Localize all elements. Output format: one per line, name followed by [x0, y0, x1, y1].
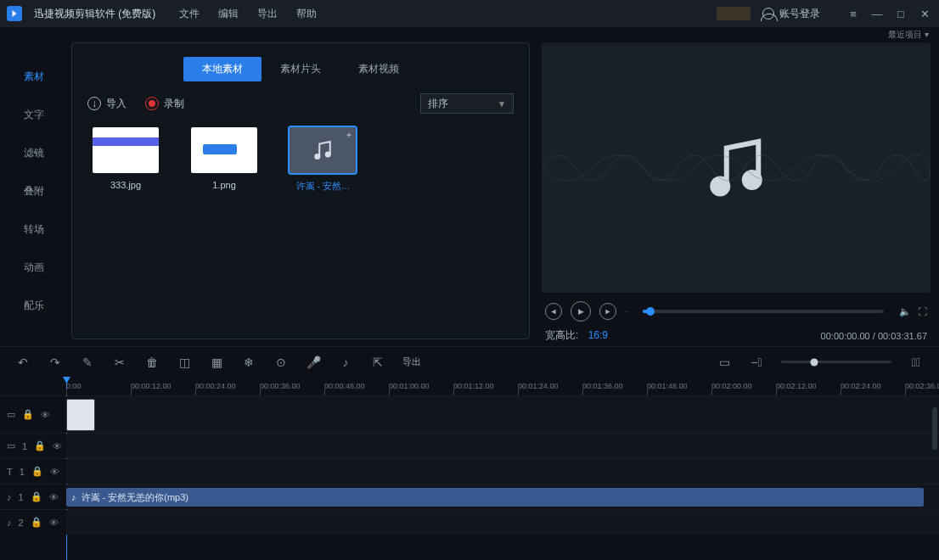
vip-badge[interactable] [717, 7, 751, 20]
delete-icon[interactable]: 🗑 [144, 355, 160, 370]
media-item[interactable]: ＋ 许嵩 - 安然... [290, 127, 356, 193]
time-ruler[interactable]: 0:00 00:00:12.00 00:00:24.00 00:00:36.00… [0, 377, 939, 395]
track-type-icon: ♪ [7, 492, 12, 502]
play-button[interactable]: ▶ [571, 301, 591, 322]
app-title: 迅捷视频剪辑软件 (免费版) [34, 7, 155, 21]
visibility-icon[interactable]: 👁 [41, 410, 50, 420]
sidebar-item-animation[interactable]: 动画 [0, 249, 68, 287]
zoom-in-icon[interactable]: ＋⃝ [908, 355, 924, 370]
scrub-bar[interactable] [643, 310, 884, 313]
svg-point-1 [326, 153, 330, 157]
lock-icon[interactable]: 🔒 [31, 466, 43, 477]
redo-icon[interactable]: ↷ [48, 355, 63, 370]
track-index: 1 [19, 492, 24, 502]
tab-intro[interactable]: 素材片头 [261, 57, 340, 81]
ratio-value[interactable]: 16:9 [588, 329, 608, 341]
zoom-knob[interactable] [811, 358, 818, 366]
sidebar-item-music[interactable]: 配乐 [0, 287, 68, 325]
lock-icon[interactable]: 🔒 [31, 491, 42, 502]
sidebar-item-transition[interactable]: 转场 [0, 210, 68, 249]
video-clip[interactable] [66, 399, 95, 431]
track-head[interactable]: T1🔒👁 [0, 459, 66, 484]
login-button[interactable]: 账号登录 [762, 7, 820, 21]
split-icon[interactable]: ✂ [112, 355, 127, 370]
fullscreen-icon[interactable]: ⛶ [918, 306, 927, 316]
import-button[interactable]: ↓ 导入 [87, 97, 127, 111]
lock-icon[interactable]: 🔒 [22, 409, 34, 420]
voice-icon[interactable]: 🎤 [306, 355, 321, 370]
export-label[interactable]: 导出 [402, 356, 421, 368]
lock-icon[interactable]: 🔒 [34, 440, 46, 451]
time-display: 00:00:00.00 / 00:03:31.67 [821, 331, 927, 341]
ruler-tick: 00:01:00.00 [389, 377, 453, 395]
tab-local[interactable]: 本地素材 [183, 57, 261, 81]
menu-help[interactable]: 帮助 [296, 7, 317, 21]
zoom-slider[interactable] [781, 361, 891, 363]
ruler-tick: 00:00:12.00 [131, 377, 195, 395]
ruler-tick: 00:02:36.00 [905, 377, 939, 395]
media-item[interactable]: 1.png [191, 127, 257, 193]
track-index: 1 [20, 467, 25, 477]
thumbnail-audio: ＋ [290, 127, 356, 173]
track-head[interactable]: ▭🔒👁 [0, 396, 66, 433]
speed-icon[interactable]: ⊙ [273, 355, 289, 370]
record-button[interactable]: 录制 [145, 97, 184, 111]
track-index: 1 [22, 441, 27, 451]
recent-projects-hint[interactable]: 最近项目 ▾ [0, 27, 939, 42]
audio-track-2[interactable]: ♪2🔒👁 [0, 509, 939, 535]
menu-edit[interactable]: 编辑 [218, 7, 239, 21]
ruler-tick: 00:00:36.00 [260, 377, 324, 395]
track-head[interactable]: ▭1🔒👁 [0, 434, 66, 458]
ratio-label: 宽高比: [545, 329, 578, 341]
visibility-icon[interactable]: 👁 [49, 518, 59, 528]
volume-icon[interactable]: 🔈 [899, 306, 911, 317]
sidebar-item-media[interactable]: 素材 [0, 58, 68, 96]
main-menu: 文件 编辑 导出 帮助 [179, 7, 317, 21]
snap-icon[interactable]: ▭ [717, 355, 732, 370]
freeze-icon[interactable]: ❄ [241, 355, 256, 370]
app-logo-icon [7, 6, 22, 21]
more-icon[interactable]: ≡ [846, 8, 861, 20]
preview-viewport[interactable] [542, 42, 931, 293]
minimize-icon[interactable]: — [869, 8, 885, 20]
next-frame-button[interactable]: ► [599, 303, 616, 320]
vertical-scrollbar[interactable] [932, 407, 937, 450]
menu-export[interactable]: 导出 [257, 7, 278, 21]
audio-icon[interactable]: ♪ [338, 355, 353, 370]
sidebar-item-text[interactable]: 文字 [0, 96, 68, 134]
record-label: 录制 [164, 97, 184, 111]
zoom-out-icon[interactable]: −⃝ [749, 355, 764, 370]
edit-toolbar: ↶ ↷ ✎ ✂ 🗑 ◫ ▦ ❄ ⊙ 🎤 ♪ ⇱ 导出 ▭ −⃝ ＋⃝ [0, 346, 939, 377]
crop-icon[interactable]: ◫ [177, 355, 192, 370]
ruler-tick: 00:00:48.00 [324, 377, 389, 395]
visibility-icon[interactable]: 👁 [49, 492, 59, 502]
mosaic-icon[interactable]: ▦ [209, 355, 224, 370]
sort-dropdown[interactable]: 排序 ▼ [420, 93, 514, 114]
audio-track-1[interactable]: ♪1🔒👁 ♪ 许嵩 - 安然无恙的你(mp3) [0, 484, 939, 509]
close-icon[interactable]: ✕ [917, 8, 932, 20]
maximize-icon[interactable]: □ [893, 8, 908, 20]
visibility-icon[interactable]: 👁 [50, 467, 59, 477]
sidebar-item-overlay[interactable]: 叠附 [0, 172, 68, 210]
lock-icon[interactable]: 🔒 [31, 517, 42, 528]
video-track-1[interactable]: ▭🔒👁 [0, 395, 939, 433]
edit-icon[interactable]: ✎ [80, 355, 95, 370]
waveform-bg [542, 134, 931, 202]
visibility-icon[interactable]: 👁 [53, 441, 62, 451]
thumbnail-image [93, 127, 159, 173]
audio-clip[interactable]: ♪ 许嵩 - 安然无恙的你(mp3) [66, 488, 924, 507]
track-head[interactable]: ♪1🔒👁 [0, 484, 66, 509]
import-icon: ↓ [87, 97, 101, 110]
sidebar-item-filter[interactable]: 滤镜 [0, 134, 68, 172]
tab-video[interactable]: 素材视频 [340, 57, 418, 81]
text-track-1[interactable]: T1🔒👁 [0, 458, 939, 484]
scrub-knob[interactable] [646, 307, 655, 316]
media-item[interactable]: 333.jpg [93, 127, 159, 193]
prev-frame-button[interactable]: ◄ [545, 303, 562, 320]
export-icon[interactable]: ⇱ [370, 355, 385, 370]
track-head[interactable]: ♪2🔒👁 [0, 510, 66, 535]
undo-icon[interactable]: ↶ [15, 355, 31, 370]
video-track-2[interactable]: ▭1🔒👁 [0, 433, 939, 458]
menu-file[interactable]: 文件 [179, 7, 200, 21]
track-type-icon: T [7, 467, 13, 477]
